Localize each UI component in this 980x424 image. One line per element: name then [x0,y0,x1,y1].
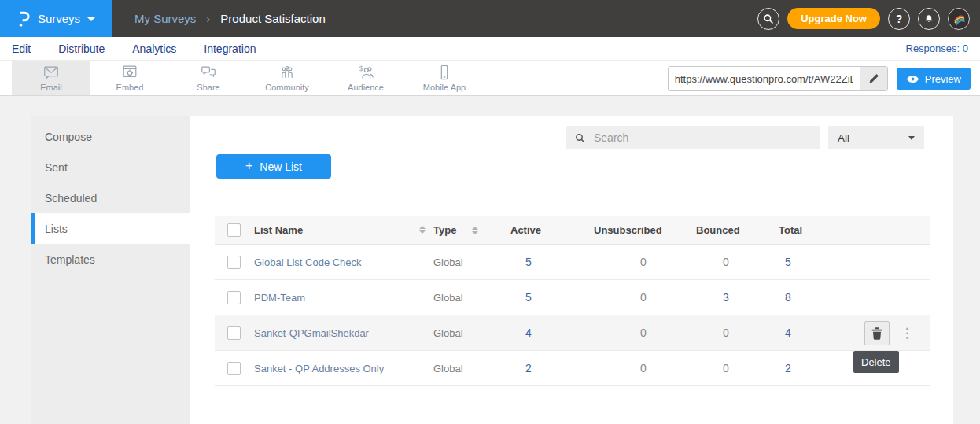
total-count[interactable]: 8 [785,291,791,304]
survey-url-field [668,66,888,91]
header-total: Total [779,224,842,236]
row-checkbox[interactable] [227,326,241,340]
tab-integration[interactable]: Integration [204,37,256,60]
avatar[interactable] [948,8,970,30]
chevron-down-icon [908,136,915,140]
svg-text:$: $ [359,64,363,72]
app-root: Surveys My Surveys › Product Satisfactio… [0,0,980,424]
row-checkbox[interactable] [227,362,241,375]
header-label: List Name [254,224,303,236]
unsubscribed-count[interactable]: 0 [640,362,647,374]
search-icon[interactable] [757,8,779,30]
survey-url-input[interactable] [669,67,860,90]
topbar-actions: Upgrade Now [757,8,980,30]
community-icon [278,64,297,81]
channel-mobile-app[interactable]: Mobile App [405,61,484,95]
product-menu[interactable]: Surveys [0,0,112,37]
channel-audience[interactable]: $ Audience [326,61,405,95]
header-label: Type [433,224,456,236]
row-checkbox[interactable] [227,256,241,269]
total-count[interactable]: 5 [785,256,791,268]
list-search [566,126,820,149]
active-count[interactable]: 5 [525,291,532,304]
questionpro-logo-icon [17,10,31,28]
list-name-link[interactable]: Sanket - QP Addresses Only [254,363,384,374]
unsubscribed-count[interactable]: 0 [640,291,647,304]
sidebar-item-compose[interactable]: Compose [31,121,190,152]
responses-count[interactable]: Responses: 0 [906,42,980,54]
distribute-toolbar: Email Embed Share Community [0,60,980,96]
channel-label: Embed [116,83,144,92]
new-list-button[interactable]: + New List [216,154,331,179]
delete-button[interactable] [864,321,890,345]
active-count[interactable]: 4 [525,326,532,339]
trash-icon [871,327,882,340]
list-name-link[interactable]: Sanket-QPGmailShekdar [254,327,369,339]
channel-label: Mobile App [423,83,466,92]
sort-icon[interactable] [419,226,426,234]
header-unsubscribed: Unsubscribed [594,224,696,236]
topbar: Surveys My Surveys › Product Satisfactio… [0,0,980,37]
sort-icon[interactable] [472,227,478,234]
header-list-name[interactable]: List Name [252,224,433,236]
table-header: List Name Type Active Unsubscribed Bounc… [215,216,930,245]
select-all-checkbox[interactable] [227,223,241,237]
list-type: Global [433,327,510,339]
content-area: Compose Sent Scheduled Lists Templates A… [0,96,980,424]
tab-edit[interactable]: Edit [12,37,31,60]
more-options-icon[interactable] [898,321,916,345]
new-list-label: New List [260,160,302,173]
channel-label: Audience [348,83,384,92]
plus-icon: + [245,160,252,172]
breadcrumb-separator-icon: › [206,12,210,25]
row-checkbox[interactable] [227,291,241,304]
sidebar-item-scheduled[interactable]: Scheduled [31,183,190,213]
upgrade-now-button[interactable]: Upgrade Now [787,8,880,29]
lists-table: List Name Type Active Unsubscribed Bounc… [215,216,930,386]
lists-panel: All + New List List Name Type [190,116,953,424]
table-row: Sanket - QP Addresses Only Global 2 0 0 … [215,351,930,386]
sidebar-item-sent[interactable]: Sent [31,152,190,183]
list-type-filter[interactable]: All [828,126,924,149]
share-icon [199,64,218,81]
list-name-link[interactable]: PDM-Team [254,292,305,304]
search-input[interactable] [592,131,811,145]
list-type: Global [433,363,510,374]
filter-value: All [838,132,849,144]
product-menu-label: Surveys [38,12,80,25]
preview-button[interactable]: Preview [897,68,971,90]
list-name-link[interactable]: Global List Code Check [254,256,362,268]
bounced-count[interactable]: 0 [723,256,729,268]
bounced-count[interactable]: 0 [723,326,729,339]
help-icon[interactable] [888,8,910,30]
unsubscribed-count[interactable]: 0 [640,256,647,268]
channel-email[interactable]: Email [12,61,90,95]
channel-label: Share [197,83,219,92]
edit-url-pencil-icon[interactable] [860,67,887,90]
preview-label: Preview [925,73,961,85]
survey-tabs: Edit Distribute Analytics Integration Re… [0,37,980,60]
unsubscribed-count[interactable]: 0 [640,326,647,339]
delete-tooltip: Delete [853,351,899,373]
channel-label: Email [40,83,62,92]
total-count[interactable]: 2 [785,362,791,374]
tab-distribute[interactable]: Distribute [58,37,105,60]
tab-analytics[interactable]: Analytics [132,37,176,60]
sidebar-item-lists[interactable]: Lists [31,213,190,244]
email-icon [42,64,61,81]
chevron-down-icon [87,17,95,21]
active-count[interactable]: 5 [525,256,532,268]
notifications-bell-icon[interactable] [918,8,940,30]
bounced-count[interactable]: 3 [723,291,729,304]
header-bounced: Bounced [696,224,779,236]
channel-share[interactable]: Share [169,61,248,95]
channel-community[interactable]: Community [248,61,326,95]
breadcrumb-my-surveys[interactable]: My Surveys [134,12,196,25]
active-count[interactable]: 2 [525,362,532,374]
total-count[interactable]: 4 [785,326,791,339]
channel-embed[interactable]: Embed [90,61,169,95]
bounced-count[interactable]: 0 [723,362,729,374]
sidebar-item-templates[interactable]: Templates [31,244,190,275]
header-type[interactable]: Type [433,224,510,236]
breadcrumb: My Surveys › Product Satisfaction [134,12,326,25]
